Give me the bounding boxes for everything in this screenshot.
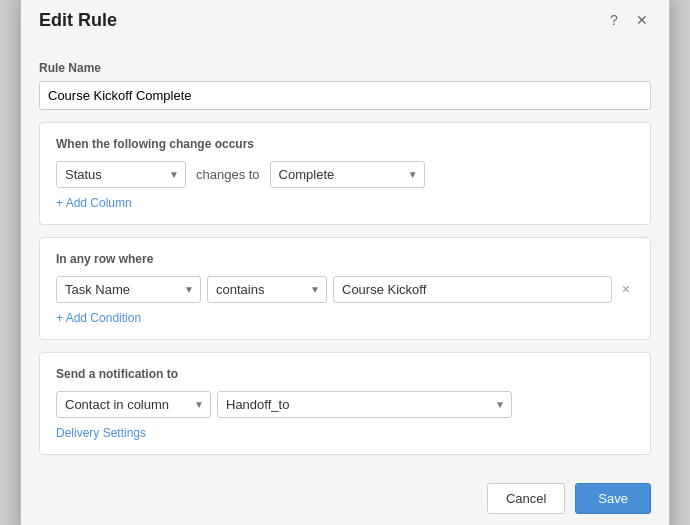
- delivery-settings-link[interactable]: Delivery Settings: [56, 426, 146, 440]
- notification-type-select[interactable]: Contact in column Email address Slack ch…: [56, 391, 211, 418]
- edit-rule-dialog: Edit Rule ? ✕ Rule Name When the followi…: [20, 0, 670, 525]
- dialog-footer: Cancel Save: [21, 473, 669, 526]
- field-select[interactable]: Task Name Status Priority Assignee: [56, 276, 201, 303]
- notification-section-title: Send a notification to: [56, 367, 634, 381]
- notification-section: Send a notification to Contact in column…: [39, 352, 651, 455]
- notification-target-select-wrap: Handoff_to Assignee Reporter Owner ▼: [217, 391, 512, 418]
- notification-row: Contact in column Email address Slack ch…: [56, 391, 634, 418]
- header-icons: ? ✕: [605, 11, 651, 29]
- notification-target-select[interactable]: Handoff_to Assignee Reporter Owner: [217, 391, 512, 418]
- rule-name-input[interactable]: [39, 81, 651, 110]
- condition-value-input[interactable]: [333, 276, 612, 303]
- close-icon[interactable]: ✕: [633, 11, 651, 29]
- condition-section-title: In any row where: [56, 252, 634, 266]
- when-section-title: When the following change occurs: [56, 137, 634, 151]
- remove-condition-button[interactable]: ×: [618, 282, 634, 296]
- column-select-wrap: Status Task Name Priority Assignee ▼: [56, 161, 186, 188]
- cancel-button[interactable]: Cancel: [487, 483, 565, 514]
- column-select[interactable]: Status Task Name Priority Assignee: [56, 161, 186, 188]
- dialog-body: Rule Name When the following change occu…: [21, 39, 669, 473]
- value-select[interactable]: Complete In Progress Not Started Blocked: [270, 161, 425, 188]
- add-column-link[interactable]: + Add Column: [56, 196, 132, 210]
- operator-select[interactable]: contains does not contain is is not star…: [207, 276, 327, 303]
- changes-to-label: changes to: [192, 167, 264, 182]
- operator-select-wrap: contains does not contain is is not star…: [207, 276, 327, 303]
- condition-row: Task Name Status Priority Assignee ▼ con…: [56, 276, 634, 303]
- field-select-wrap: Task Name Status Priority Assignee ▼: [56, 276, 201, 303]
- add-condition-link[interactable]: + Add Condition: [56, 311, 141, 325]
- rule-name-label: Rule Name: [39, 61, 651, 75]
- save-button[interactable]: Save: [575, 483, 651, 514]
- dialog-title: Edit Rule: [39, 10, 117, 31]
- value-select-wrap: Complete In Progress Not Started Blocked…: [270, 161, 425, 188]
- condition-section: In any row where Task Name Status Priori…: [39, 237, 651, 340]
- notification-type-select-wrap: Contact in column Email address Slack ch…: [56, 391, 211, 418]
- dialog-header: Edit Rule ? ✕: [21, 0, 669, 39]
- when-section: When the following change occurs Status …: [39, 122, 651, 225]
- help-icon[interactable]: ?: [605, 11, 623, 29]
- when-row: Status Task Name Priority Assignee ▼ cha…: [56, 161, 634, 188]
